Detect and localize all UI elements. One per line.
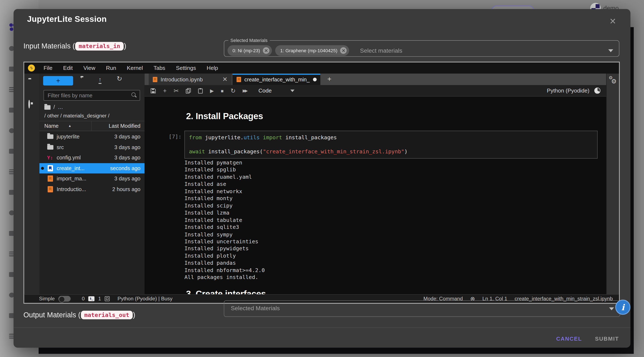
material-chip-label: 0: Ni (mp-23) [232, 48, 260, 53]
menu-run[interactable]: Run [100, 65, 122, 71]
restart-kernel-icon[interactable]: ↻ [230, 87, 236, 94]
file-row[interactable]: create_int...seconds ago [40, 163, 145, 173]
chevron-down-icon[interactable] [608, 49, 614, 52]
cut-icon[interactable]: ✂ [174, 87, 179, 94]
kernels-count[interactable]: 1 [98, 296, 101, 302]
footer-divider [14, 327, 630, 328]
material-chip[interactable]: 1: Graphene (mp-1040425)✕ [275, 45, 349, 56]
folder-icon [47, 134, 53, 139]
insert-cell-icon[interactable]: + [163, 87, 167, 94]
tab-label: Introduction.ipynb [160, 76, 203, 82]
file-name: create_int... [56, 165, 110, 171]
close-icon[interactable]: × [607, 15, 619, 28]
filter-files-input[interactable] [44, 90, 140, 101]
file-name: Introductio... [56, 186, 112, 192]
menu-kernel[interactable]: Kernel [122, 65, 148, 71]
restart-run-all-icon[interactable]: ▶▶ [243, 88, 246, 93]
kernel-busy-icon[interactable] [594, 88, 600, 94]
code-token: await [189, 149, 205, 155]
upload-icon[interactable]: ↑ [98, 76, 102, 83]
running-kernels-icon[interactable] [28, 101, 30, 108]
new-tab-icon[interactable]: + [324, 75, 334, 84]
file-row[interactable]: import_ma...3 days ago [40, 173, 145, 184]
run-icon[interactable]: ▶ [210, 88, 214, 93]
file-name: import_ma... [56, 176, 114, 182]
file-modified: 3 days ago [114, 144, 140, 150]
file-row[interactable]: src3 days ago [40, 142, 145, 153]
breadcrumb-path[interactable]: / other / materials_designer / [44, 113, 110, 119]
notebook-content: 2. Install Packages [7]: from jupyterlit… [145, 97, 606, 294]
tab-introduction[interactable]: Introduction.ipynb ✕ [149, 74, 232, 85]
notebook-icon [48, 165, 52, 171]
cell-type-dropdown[interactable]: Code [258, 88, 272, 94]
file-modified: 2 hours ago [112, 186, 141, 192]
notebook-icon [45, 165, 55, 171]
filter-files-box [44, 90, 140, 101]
submit-button[interactable]: SUBMIT [595, 332, 619, 345]
info-button[interactable]: i [615, 299, 630, 315]
breadcrumb-ellipsis[interactable]: … [58, 104, 63, 110]
menu-tabs[interactable]: Tabs [148, 65, 171, 71]
code-token: jupyterlite. [202, 134, 244, 141]
chip-remove-icon[interactable]: ✕ [263, 47, 270, 54]
menu-file[interactable]: File [38, 65, 58, 71]
column-name[interactable]: Name [40, 123, 68, 129]
menu-view[interactable]: View [78, 65, 100, 71]
folder-icon [45, 145, 55, 150]
running-indicator [40, 167, 45, 170]
jupyter-menubar: ϟ FileEditViewRunKernelTabsSettingsHelp [24, 63, 619, 74]
modal-title: JupyterLite Session [27, 15, 107, 24]
breadcrumb[interactable]: / … [44, 104, 63, 110]
menu-settings[interactable]: Settings [171, 65, 202, 71]
menu-help[interactable]: Help [201, 65, 223, 71]
save-icon[interactable] [150, 88, 156, 93]
file-modified: 3 days ago [114, 176, 140, 182]
simple-mode-toggle[interactable] [58, 296, 71, 302]
terminals-count[interactable]: 0 [82, 296, 85, 302]
notebook-toolbar: + ✂ ▶ ■ ↻ ▶▶ Code [145, 85, 606, 97]
selected-materials-legend: Selected Materials [228, 38, 270, 43]
property-inspector-gear-icon[interactable]: ⚙⚙ [608, 75, 618, 85]
kernel-name[interactable]: Python (Pyodide) [547, 88, 590, 94]
output-materials-select[interactable]: Selected Materials [224, 300, 620, 317]
input-materials-prefix: Input Materials ( [24, 42, 75, 50]
input-materials-select[interactable]: Selected Materials 0: Ni (mp-23)✕1: Grap… [224, 38, 620, 57]
folder-icon [45, 134, 55, 139]
notebook-icon [236, 77, 241, 82]
refresh-icon[interactable]: ↻ [116, 76, 122, 82]
activity-bar [24, 74, 40, 294]
new-launcher-button[interactable]: + [43, 76, 73, 85]
yaml-icon: Y: [47, 155, 53, 160]
cancel-button[interactable]: CANCEL [556, 332, 582, 345]
copy-icon[interactable] [186, 88, 191, 93]
tab-close-icon[interactable]: ✕ [222, 76, 228, 83]
file-row[interactable]: jupyterlite3 days ago [40, 132, 145, 142]
home-folder-icon[interactable] [44, 105, 50, 110]
tab-create-interface[interactable]: create_interface_with_min_ [232, 74, 320, 85]
file-row[interactable]: Y:config.yml3 days ago [40, 153, 145, 163]
code-line: from jupyterlite.utils import install_pa… [189, 134, 593, 141]
chip-remove-icon[interactable]: ✕ [340, 47, 347, 54]
file-browser-panel: + + ↑ ↻ / … / other / mater [40, 74, 145, 294]
paste-icon[interactable] [198, 88, 203, 93]
menu-edit[interactable]: Edit [58, 65, 78, 71]
yaml-icon: Y: [45, 155, 55, 160]
code-token: utils [244, 134, 260, 141]
chevron-down-icon[interactable] [290, 89, 295, 92]
main-area: Introduction.ipynb ✕ create_interface_wi… [145, 74, 606, 294]
file-row[interactable]: Introductio...2 hours ago [40, 184, 145, 194]
sort-arrow-icon[interactable]: ▲ [68, 124, 72, 128]
column-last-modified[interactable]: Last Modified [92, 123, 145, 129]
breadcrumb-root[interactable]: / [54, 104, 55, 110]
code-line: await install_packages("create_interface… [189, 148, 593, 155]
code-cell[interactable]: from jupyterlite.utils import install_pa… [184, 131, 598, 158]
code-token: install_packages( [205, 149, 263, 155]
materials-select-placeholder[interactable]: Select materials [360, 47, 402, 54]
material-chip[interactable]: 0: Ni (mp-23)✕ [228, 45, 272, 56]
tab-label: create_interface_with_min_ [244, 76, 310, 82]
stop-icon[interactable]: ■ [221, 88, 224, 93]
kernel-status[interactable]: Python (Pyodide) | Busy [118, 296, 172, 302]
file-modified: seconds ago [110, 165, 140, 171]
notebook-icon [48, 186, 52, 192]
chevron-down-icon[interactable] [609, 307, 614, 310]
